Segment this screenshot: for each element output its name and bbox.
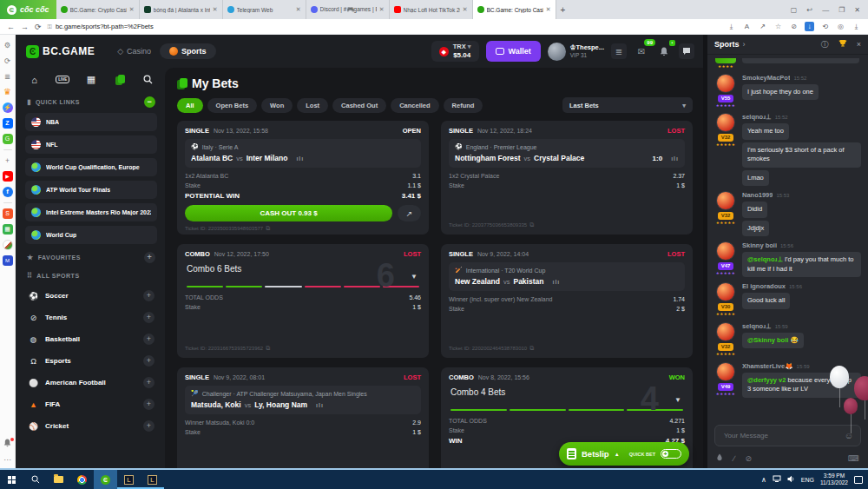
combo-panel[interactable]: Combo 6 Bets 6 ▼ [185,262,421,291]
browser-tab[interactable]: Discord | #🎮games | BC G ✕ [306,0,390,19]
reading-list-icon[interactable]: ≣ [3,71,13,82]
bet-card[interactable]: SINGLE Nov 9, 2022, 08:01 LOST 🎾 Challen… [177,367,429,468]
filter-chip[interactable]: Won [261,98,293,113]
home-icon[interactable]: ⌂ [28,74,41,85]
chat-room-title[interactable]: Sports [714,40,740,49]
shop-icon[interactable]: S [3,208,13,219]
league-app-icon[interactable]: L [117,470,141,489]
tab-close-icon[interactable]: ✕ [463,6,468,13]
calendar-icon[interactable]: ▦ [85,74,98,85]
green-app-icon[interactable]: ▦ [3,224,13,235]
file-explorer-icon[interactable] [47,470,70,489]
window-close-icon[interactable]: ✕ [854,6,860,14]
translate-icon[interactable]: A [742,22,752,31]
forward-icon[interactable]: → [21,23,29,31]
tab-close-icon[interactable]: ✕ [213,6,218,13]
start-button[interactable] [0,470,23,489]
avatar[interactable] [716,282,735,301]
tab-close-icon[interactable]: ✕ [129,6,135,13]
divider[interactable] [3,149,12,150]
bet-card[interactable]: SINGLE Nov 12, 2022, 18:24 LOST ⚽ Englan… [441,121,693,235]
mention[interactable]: @selqnoɹ⊥ [747,255,783,263]
chat-username[interactable]: SmokeyMacPot [742,74,790,82]
add-favourite-button[interactable]: + [144,252,155,263]
sport-item[interactable]: Tennis + [25,307,157,328]
avatar[interactable] [548,43,566,61]
cash-out-button[interactable]: CASH OUT 0.93 $ [185,205,392,221]
avatar[interactable] [716,113,735,132]
league-app-icon-2[interactable]: L [141,470,164,489]
save-page-icon[interactable]: ⤓ [727,22,736,31]
sport-item[interactable]: Basketball + [25,328,157,350]
sport-item[interactable]: Esports + [25,350,157,372]
quick-link-item[interactable]: World Cup Qualification, Europe [25,158,157,176]
sport-item[interactable]: Soccer + [25,285,157,307]
coin-drop-icon[interactable]: ⊘ [746,454,753,463]
avatar[interactable] [716,322,735,341]
adblock-icon[interactable]: ⊘ [789,22,799,31]
sport-item[interactable]: FIFA + [25,393,157,415]
share-bet-button[interactable]: ↗ [398,205,421,221]
divider[interactable] [3,202,12,203]
chat-username[interactable]: selqnoɹ⊥ [742,322,772,330]
copy-icon[interactable]: ⧉ [529,221,534,228]
close-icon[interactable]: × [857,40,861,49]
crown-icon[interactable]: ♛ [3,87,13,97]
expand-sport-button[interactable]: + [143,420,155,432]
browser-tab[interactable]: BC.Game: Crypto Casino Gam ✕ [56,0,140,19]
expand-sport-button[interactable]: + [143,399,155,410]
avatar[interactable] [716,241,735,261]
currency-selector[interactable]: ◆ TRX ▾ $5.04 [431,41,479,61]
bet-list-icon[interactable]: ≣ [611,43,627,59]
stats-icon[interactable]: ılı [316,402,324,408]
avatar[interactable] [716,74,735,93]
filter-chip[interactable]: All [177,98,203,113]
share-icon[interactable]: ↗ [758,22,767,31]
stats-icon[interactable]: ılı [671,155,679,162]
quick-bet-toggle[interactable] [661,449,681,459]
history-icon[interactable]: ⟳ [3,56,13,66]
mention[interactable]: @derfyyy v2 [747,376,786,384]
chat-username[interactable]: Skinny boii [742,241,777,249]
expand-sport-button[interactable]: + [143,334,155,345]
chat-username[interactable]: selqnoɹ⊥ [742,113,772,121]
browser-tab[interactable]: Telegram Web ✕ [223,0,306,19]
coccoc-brand[interactable]: Ͼ cốc cốc [0,0,56,19]
stats-icon[interactable]: ılı [552,279,560,285]
tray-expand-icon[interactable]: ∧ [761,476,766,484]
bcgame-logo[interactable]: BC.GAME [26,45,95,58]
filter-chip[interactable]: Open Bets [207,98,258,113]
zalo-icon[interactable]: Z [3,118,13,129]
quick-link-item[interactable]: World Cup [25,226,157,244]
bet-card[interactable]: SINGLE Nov 13, 2022, 15:58 OPEN ⚽ Italy … [177,121,429,235]
filter-chip[interactable]: Lost [297,98,328,113]
mention[interactable]: @Skinny boii [747,336,788,344]
bet-card[interactable]: SINGLE Nov 9, 2022, 14:04 LOST 🏏 Interna… [441,244,693,358]
browser-tab[interactable]: Nhạc Lofi Hot TikTok 2022 - ✕ [390,0,473,19]
betslip-button[interactable]: Betslip ▲ QUICK BET [559,442,689,466]
chrome-icon[interactable] [70,470,94,489]
message-input[interactable] [722,431,845,440]
quick-link-item[interactable]: Intel Extreme Masters Rio Major 2022 [25,203,157,221]
maximize-icon[interactable]: ❐ [838,6,845,14]
chevron-right-icon[interactable]: › [743,40,746,49]
quick-link-item[interactable]: NBA [25,113,157,131]
copy-icon[interactable]: ⧉ [266,345,270,352]
language-indicator[interactable]: ENG [801,477,814,483]
event-panel[interactable]: ⚽ England · Premier League Nottingham Fo… [449,139,685,168]
stats-icon[interactable]: ılı [296,155,304,162]
new-tab-button[interactable]: + [556,5,570,15]
my-bets-icon[interactable] [113,74,126,85]
history-back-icon[interactable]: ↩ [806,6,812,14]
blue-app-icon[interactable]: M [3,255,13,266]
tab-close-icon[interactable]: ✕ [296,6,301,13]
trophy-icon[interactable] [838,39,847,50]
facebook-icon[interactable]: f [3,187,13,197]
rain-icon[interactable] [716,453,723,463]
keyboard-icon[interactable]: ⌨ [848,454,859,463]
chevron-down-icon[interactable]: ▼ [674,396,681,404]
expand-sport-button[interactable]: + [143,290,155,301]
sort-dropdown[interactable]: Last Bets ▾ [562,97,693,113]
sync-icon[interactable]: ⟲ [820,22,830,31]
downloads-bar-icon[interactable]: ⤓ [852,22,861,31]
